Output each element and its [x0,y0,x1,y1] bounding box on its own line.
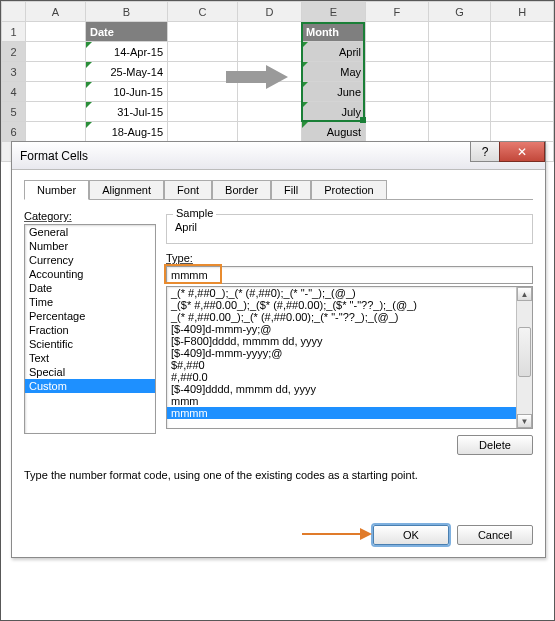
col-header[interactable]: F [366,2,429,22]
tab-font[interactable]: Font [164,180,212,200]
cell[interactable] [491,122,554,142]
category-item[interactable]: Fraction [25,323,155,337]
category-item-selected[interactable]: Custom [25,379,155,393]
tab-alignment[interactable]: Alignment [89,180,164,200]
type-input[interactable] [166,266,533,284]
cell[interactable] [428,122,491,142]
col-header[interactable]: B [86,2,168,22]
category-item[interactable]: General [25,225,155,239]
cell[interactable] [238,22,302,42]
tab-border[interactable]: Border [212,180,271,200]
cell-date[interactable]: 18-Aug-15 [86,122,168,142]
dialog-titlebar[interactable]: Format Cells ? ✕ [12,142,545,170]
cell[interactable] [26,82,86,102]
scroll-thumb[interactable] [518,327,531,377]
tab-protection[interactable]: Protection [311,180,387,200]
cell[interactable] [168,42,238,62]
col-header[interactable]: E [302,2,366,22]
format-item[interactable]: [$-F800]dddd, mmmm dd, yyyy [167,335,516,347]
scroll-down-icon[interactable]: ▼ [517,414,532,428]
cell[interactable] [26,22,86,42]
cell[interactable] [366,22,429,42]
cell-date[interactable]: 31-Jul-15 [86,102,168,122]
cell[interactable] [168,102,238,122]
row-header[interactable]: 6 [2,122,26,142]
category-listbox[interactable]: General Number Currency Accounting Date … [24,224,156,434]
cell[interactable] [238,122,302,142]
cell-month[interactable]: May [302,62,366,82]
format-item[interactable]: _(* #,##0_);_(* (#,##0);_(* "-"_);_(@_) [167,287,516,299]
row-header[interactable]: 5 [2,102,26,122]
delete-button[interactable]: Delete [457,435,533,455]
cell[interactable] [366,62,429,82]
col-header[interactable]: A [26,2,86,22]
cell[interactable] [238,42,302,62]
cell[interactable] [428,62,491,82]
col-header[interactable]: G [428,2,491,22]
scroll-up-icon[interactable]: ▲ [517,287,532,301]
cell[interactable] [26,42,86,62]
cell-date[interactable]: 10-Jun-15 [86,82,168,102]
cell[interactable] [428,102,491,122]
cell[interactable] [428,22,491,42]
category-item[interactable]: Time [25,295,155,309]
format-item[interactable]: mmm [167,395,516,407]
col-header[interactable]: C [168,2,238,22]
category-item[interactable]: Currency [25,253,155,267]
cell[interactable] [491,102,554,122]
category-item[interactable]: Date [25,281,155,295]
row-header[interactable]: 2 [2,42,26,62]
tab-fill[interactable]: Fill [271,180,311,200]
cell[interactable] [26,102,86,122]
cell-date[interactable]: 25-May-14 [86,62,168,82]
scrollbar[interactable]: ▲ ▼ [516,287,532,428]
format-listbox[interactable]: _(* #,##0_);_(* (#,##0);_(* "-"_);_(@_) … [166,286,533,429]
cell-month[interactable]: July [302,102,366,122]
cell[interactable] [491,62,554,82]
cell-header-date[interactable]: Date [86,22,168,42]
format-item[interactable]: #,##0.0 [167,371,516,383]
col-header[interactable]: D [238,2,302,22]
category-item[interactable]: Special [25,365,155,379]
cell[interactable] [238,102,302,122]
cell[interactable] [366,42,429,62]
cell[interactable] [491,22,554,42]
format-item[interactable]: [$-409]d-mmm-yy;@ [167,323,516,335]
cell[interactable] [366,102,429,122]
format-item[interactable]: _($* #,##0.00_);_($* (#,##0.00);_($* "-"… [167,299,516,311]
format-item[interactable]: _(* #,##0.00_);_(* (#,##0.00);_(* "-"??_… [167,311,516,323]
cell-header-month[interactable]: Month [302,22,366,42]
select-all-corner[interactable] [2,2,26,22]
col-header[interactable]: H [491,2,554,22]
category-item[interactable]: Number [25,239,155,253]
cell[interactable] [26,122,86,142]
format-item[interactable]: [$-409]d-mmm-yyyy;@ [167,347,516,359]
cancel-button[interactable]: Cancel [457,525,533,545]
cell-month[interactable]: August [302,122,366,142]
format-item[interactable]: $#,##0 [167,359,516,371]
tab-number[interactable]: Number [24,180,89,200]
cell[interactable] [366,82,429,102]
cell[interactable] [366,122,429,142]
cell[interactable] [168,122,238,142]
cell[interactable] [491,82,554,102]
category-item[interactable]: Percentage [25,309,155,323]
cell[interactable] [428,42,491,62]
row-header[interactable]: 1 [2,22,26,42]
row-header[interactable]: 3 [2,62,26,82]
format-item-selected[interactable]: mmmm [167,407,516,419]
cell-date[interactable]: 14-Apr-15 [86,42,168,62]
category-item[interactable]: Text [25,351,155,365]
category-item[interactable]: Accounting [25,267,155,281]
ok-button[interactable]: OK [373,525,449,545]
cell[interactable] [428,82,491,102]
cell[interactable] [26,62,86,82]
category-item[interactable]: Scientific [25,337,155,351]
cell[interactable] [491,42,554,62]
help-button[interactable]: ? [470,142,500,162]
format-item[interactable]: [$-409]dddd, mmmm dd, yyyy [167,383,516,395]
row-header[interactable]: 4 [2,82,26,102]
cell-month[interactable]: June [302,82,366,102]
cell[interactable] [168,22,238,42]
close-button[interactable]: ✕ [499,142,545,162]
